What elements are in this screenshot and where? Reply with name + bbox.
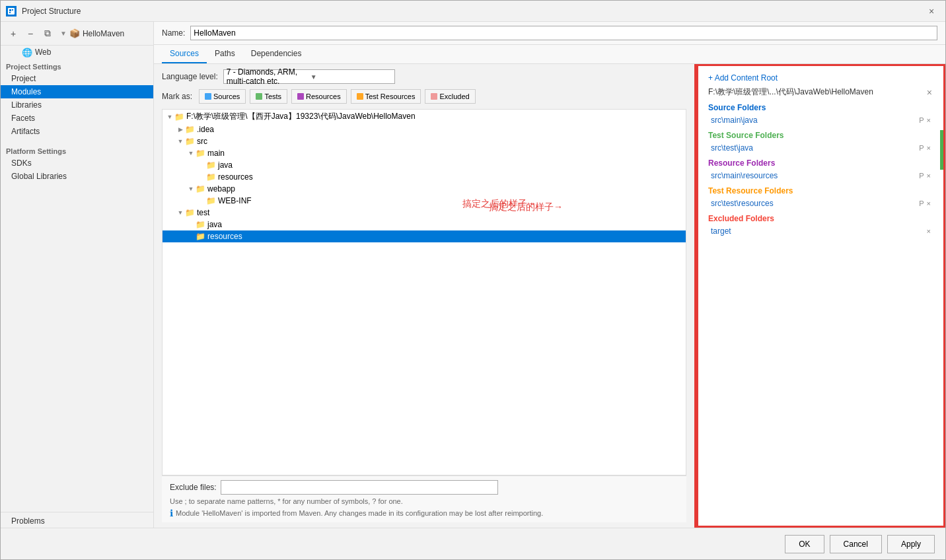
test-resource-folder-path: src\test\resources xyxy=(711,199,919,208)
resource-folders-section: Resource Folders src\main\resources P × xyxy=(708,158,933,181)
mark-resources-button[interactable]: Resources xyxy=(291,89,347,104)
resource-folders-title: Resource Folders xyxy=(708,158,933,168)
language-level-select[interactable]: 7 - Diamonds, ARM, multi-catch etc. ▼ xyxy=(223,69,395,84)
file-tree[interactable]: ▼ 📁 F:\教学\班级管理\【西开Java】19323\代码\JavaWeb\… xyxy=(162,109,686,475)
resources-btn-label: Resources xyxy=(306,92,341,100)
app-icon xyxy=(6,6,17,17)
resource-folder-edit[interactable]: P xyxy=(919,172,924,180)
sidebar-item-modules[interactable]: Modules xyxy=(1,85,153,98)
close-root-button[interactable]: × xyxy=(926,87,933,98)
exclude-label: Exclude files: xyxy=(170,483,217,492)
tab-dependencies[interactable]: Dependencies xyxy=(243,45,310,63)
tab-sources[interactable]: Sources xyxy=(162,45,207,63)
name-input[interactable] xyxy=(190,26,937,40)
content-body: Language level: 7 - Diamonds, ARM, multi… xyxy=(154,64,945,528)
java-label: java xyxy=(218,160,233,170)
info-icon: ℹ xyxy=(170,508,173,518)
copy-button[interactable]: ⧉ xyxy=(40,26,55,41)
source-folder-remove[interactable]: × xyxy=(927,116,931,124)
left-panel: Language level: 7 - Diamonds, ARM, multi… xyxy=(154,64,694,528)
module-name: HelloMaven xyxy=(83,29,124,38)
tree-node-root[interactable]: ▼ 📁 F:\教学\班级管理\【西开Java】19323\代码\JavaWeb\… xyxy=(163,110,686,123)
mark-sources-button[interactable]: Sources xyxy=(199,89,246,104)
tree-node-test-java[interactable]: 📁 java xyxy=(163,219,686,230)
sidebar-item-global-libraries[interactable]: Global Libraries xyxy=(1,170,153,183)
facets-label: Facets xyxy=(11,114,35,123)
folder-icon-test-resources: 📁 xyxy=(196,232,205,241)
test-resource-folder-entry-0: src\test\resources P × xyxy=(708,198,933,209)
apply-button[interactable]: Apply xyxy=(887,535,935,553)
test-resource-folders-title: Test Resource Folders xyxy=(708,186,933,195)
tree-node-java[interactable]: 📁 java xyxy=(163,159,686,171)
root-path-label: F:\教学\班级管理\【西开Java】19323\代码\JavaWeb\Hell… xyxy=(186,111,416,122)
red-border-bottom xyxy=(696,526,945,528)
exclude-files-input[interactable] xyxy=(221,480,498,495)
folder-icon-webapp: 📁 xyxy=(196,184,205,193)
language-level-label: Language level: xyxy=(162,72,218,81)
platform-settings-heading: Platform Settings xyxy=(1,143,153,157)
libraries-label: Libraries xyxy=(11,100,42,110)
folder-icon-main: 📁 xyxy=(196,149,205,158)
excluded-folder-remove[interactable]: × xyxy=(927,227,931,235)
hint-text: Use ; to separate name patterns, * for a… xyxy=(170,497,678,505)
add-button[interactable]: + xyxy=(6,26,20,41)
excluded-folders-title: Excluded Folders xyxy=(708,214,933,223)
resource-folder-remove[interactable]: × xyxy=(927,172,931,180)
test-label: test xyxy=(197,208,209,217)
red-border-left xyxy=(696,64,698,528)
test-resources-label: resources xyxy=(207,232,242,241)
add-content-root[interactable]: + Add Content Root xyxy=(708,73,933,83)
sidebar-item-project[interactable]: Project xyxy=(1,72,153,85)
sidebar-tree-item-web[interactable]: 🌐 Web xyxy=(1,46,153,59)
test-resource-folders-section: Test Resource Folders src\test\resources… xyxy=(708,186,933,209)
test-source-folder-edit[interactable]: P xyxy=(919,144,924,152)
mark-tests-button[interactable]: Tests xyxy=(250,89,287,104)
close-button[interactable]: × xyxy=(923,3,940,20)
sidebar-item-facets[interactable]: Facets xyxy=(1,112,153,125)
folder-icon-webinf: 📁 xyxy=(206,196,216,205)
mark-excluded-button[interactable]: Excluded xyxy=(425,89,475,104)
tree-node-resources[interactable]: 📁 resources xyxy=(163,171,686,183)
test-source-folder-remove[interactable]: × xyxy=(927,144,931,152)
test-resource-folder-actions: P × xyxy=(919,199,931,207)
test-resource-folder-remove[interactable]: × xyxy=(927,199,931,207)
sidebar-item-problems[interactable]: Problems xyxy=(1,512,153,528)
sidebar-item-artifacts[interactable]: Artifacts xyxy=(1,125,153,138)
cancel-button[interactable]: Cancel xyxy=(830,535,882,553)
tree-node-idea[interactable]: ▶ 📁 .idea xyxy=(163,123,686,135)
source-folder-edit[interactable]: P xyxy=(919,116,924,124)
language-level-value: 7 - Diamonds, ARM, multi-catch etc. xyxy=(227,67,308,86)
mark-as-label: Mark as: xyxy=(162,92,192,101)
tab-paths[interactable]: Paths xyxy=(207,45,243,63)
excluded-folder-path: target xyxy=(711,227,927,236)
source-folders-section: Source Folders src\main\java P × xyxy=(708,103,933,125)
ok-button[interactable]: OK xyxy=(785,535,824,553)
tree-node-main[interactable]: ▼ 📁 main xyxy=(163,147,686,159)
right-panel: + Add Content Root F:\教学\班级管理\...\代码\Jav… xyxy=(694,64,945,528)
main-label: main xyxy=(207,149,225,158)
tree-node-test[interactable]: ▼ 📁 test xyxy=(163,207,686,219)
remove-button[interactable]: − xyxy=(23,26,38,41)
source-folder-entry-0: src\main\java P × xyxy=(708,115,933,125)
excluded-btn-label: Excluded xyxy=(439,92,469,100)
tree-node-test-resources[interactable]: 📁 resources xyxy=(163,230,686,242)
folder-icon-resources: 📁 xyxy=(206,172,216,182)
source-folder-actions: P × xyxy=(919,116,931,124)
problems-label: Problems xyxy=(11,516,45,526)
tree-node-webapp[interactable]: ▼ 📁 webapp xyxy=(163,183,686,195)
resource-folder-entry-0: src\main\resources P × xyxy=(708,170,933,181)
mark-test-resources-button[interactable]: Test Resources xyxy=(351,89,421,104)
idea-label: .idea xyxy=(197,125,214,134)
sidebar-item-sdks[interactable]: SDKs xyxy=(1,157,153,170)
content-area: Name: Sources Paths Dependencies Languag… xyxy=(154,22,945,528)
name-label: Name: xyxy=(162,28,185,38)
sidebar-item-libraries[interactable]: Libraries xyxy=(1,98,153,112)
info-text: Module 'HelloMaven' is imported from Mav… xyxy=(176,509,543,517)
tree-node-src[interactable]: ▼ 📁 src xyxy=(163,135,686,147)
test-resource-folder-edit[interactable]: P xyxy=(919,199,924,207)
test-source-folders-section: Test Source Folders src\test\java P × xyxy=(708,131,933,153)
expand-icon: ▼ xyxy=(186,150,196,157)
green-indicator xyxy=(940,130,943,170)
info-row: ℹ Module 'HelloMaven' is imported from M… xyxy=(170,508,678,518)
tree-node-webinf[interactable]: 📁 WEB-INF xyxy=(163,195,686,207)
